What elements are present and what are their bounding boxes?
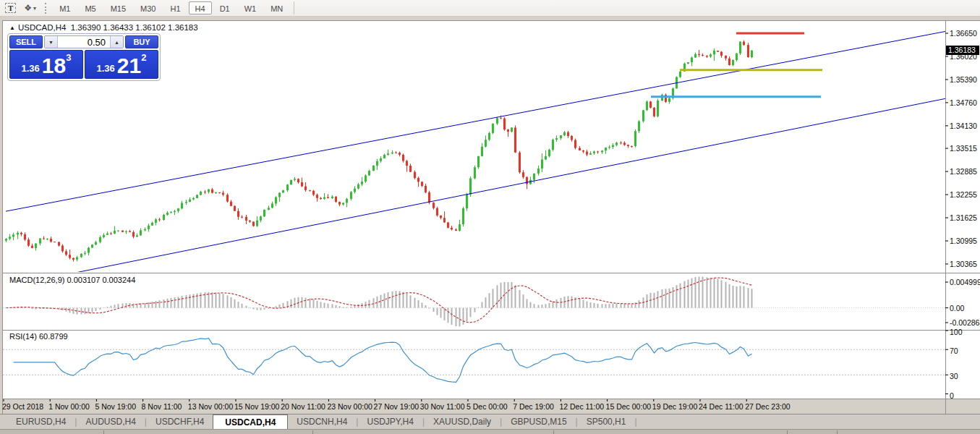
buy-price-display[interactable]: 1.36 21 2 bbox=[85, 50, 158, 79]
buy-button[interactable]: BUY bbox=[125, 35, 158, 48]
chart-header: ▲USDCAD,H4 1.36390 1.36433 1.36102 1.361… bbox=[9, 23, 198, 32]
timeframe-h4-button[interactable]: H4 bbox=[189, 1, 212, 14]
chevron-down-icon: ▾ bbox=[33, 5, 36, 12]
symbol-title: USDCAD,H4 bbox=[18, 23, 66, 32]
volume-decrease-button[interactable]: ▼ bbox=[45, 36, 58, 48]
volume-stepper: ▼ 0.50 ▲ bbox=[44, 35, 124, 48]
sell-button[interactable]: SELL bbox=[9, 35, 43, 48]
tab-separator: | bbox=[634, 414, 636, 429]
timeframe-d1-button[interactable]: D1 bbox=[213, 1, 237, 14]
tab-audusd-h4[interactable]: AUDUSD,H4 bbox=[77, 414, 144, 429]
time-axis-area bbox=[2, 399, 980, 414]
top-toolbar: T ❖ ▾ M1M5M15M30H1H4D1W1MN bbox=[0, 0, 980, 17]
arrange-tool-button[interactable]: ❖ ▾ bbox=[21, 1, 39, 15]
arrange-icon: ❖ bbox=[24, 3, 32, 13]
toolbar-separator bbox=[294, 1, 294, 14]
tab-usdjpy-h4[interactable]: USDJPY,H4 bbox=[358, 414, 422, 429]
collapse-arrow-icon[interactable]: ▲ bbox=[9, 25, 15, 31]
timeframe-m30-button[interactable]: M30 bbox=[134, 1, 162, 14]
ohlc-values: 1.36390 1.36433 1.36102 1.36183 bbox=[71, 23, 198, 32]
symbol-tab-bar: EURUSD,H4|AUDUSD,H4|USDCHF,H4USDCAD,H4US… bbox=[0, 414, 980, 429]
one-click-trading-panel: SELL ▼ 0.50 ▲ BUY 1.36 18 3 1.36 21 2 bbox=[7, 33, 161, 81]
timeframe-m5-button[interactable]: M5 bbox=[78, 1, 102, 14]
tab-gbpusd-m15[interactable]: GBPUSD,M15 bbox=[502, 414, 575, 429]
timeframe-toolbar: M1M5M15M30H1H4D1W1MN bbox=[52, 1, 290, 14]
volume-increase-button[interactable]: ▲ bbox=[110, 36, 123, 48]
text-tool-icon: T bbox=[5, 3, 16, 13]
buy-price-big: 21 bbox=[117, 55, 141, 77]
buy-price-sup: 2 bbox=[141, 52, 146, 63]
status-divider bbox=[103, 430, 104, 434]
tab-usdcad-h4[interactable]: USDCAD,H4 bbox=[213, 414, 288, 429]
status-divider bbox=[837, 430, 838, 434]
tab-sp500-h1[interactable]: SP500,H1 bbox=[578, 414, 635, 429]
macd-indicator-label: MACD(12,26,9) 0.003107 0.003244 bbox=[9, 276, 135, 284]
rsi-indicator-label: RSI(14) 60.8799 bbox=[9, 332, 68, 341]
timeframe-m1-button[interactable]: M1 bbox=[53, 1, 77, 14]
buy-price-prefix: 1.36 bbox=[97, 63, 115, 74]
tab-usdchf-h4[interactable]: USDCHF,H4 bbox=[147, 414, 213, 429]
status-divider bbox=[312, 430, 313, 434]
status-strip bbox=[0, 429, 980, 434]
volume-input[interactable]: 0.50 bbox=[58, 36, 110, 48]
sell-price-display[interactable]: 1.36 18 3 bbox=[9, 50, 83, 79]
timeframe-h1-button[interactable]: H1 bbox=[164, 1, 187, 14]
status-divider bbox=[787, 430, 788, 434]
tab-usdcnh-h4[interactable]: USDCNH,H4 bbox=[288, 414, 356, 429]
timeframe-mn-button[interactable]: MN bbox=[264, 1, 289, 14]
sell-price-sup: 3 bbox=[66, 52, 71, 63]
timeframe-m15-button[interactable]: M15 bbox=[104, 1, 132, 14]
status-divider bbox=[553, 430, 554, 434]
tab-eurusd-h4[interactable]: EURUSD,H4 bbox=[7, 414, 74, 429]
text-tool-button[interactable]: T bbox=[2, 1, 19, 15]
timeframe-w1-button[interactable]: W1 bbox=[238, 1, 263, 14]
tab-xauusd-daily[interactable]: XAUUSD,Daily bbox=[425, 414, 500, 429]
sell-price-big: 18 bbox=[42, 55, 66, 77]
toolbar-grip[interactable] bbox=[45, 3, 48, 14]
sell-price-prefix: 1.36 bbox=[22, 63, 40, 74]
